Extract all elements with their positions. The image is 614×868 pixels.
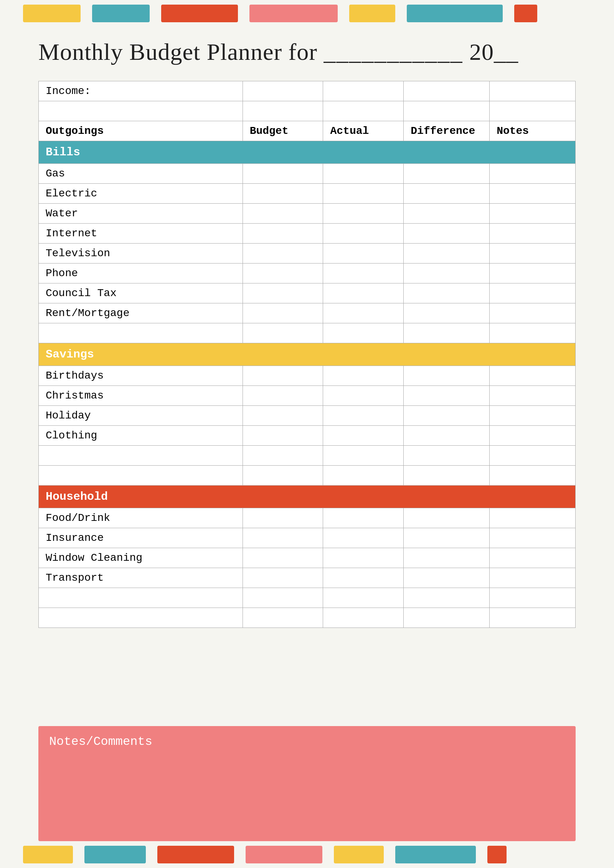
top-color-bars xyxy=(0,0,614,27)
savings-label: Savings xyxy=(39,343,576,366)
food-drink-label: Food/Drink xyxy=(39,508,243,528)
col-header-outgoings: Outgoings xyxy=(39,121,243,141)
clothing-label: Clothing xyxy=(39,426,243,446)
col-header-difference: Difference xyxy=(404,121,490,141)
spacer-row-5 xyxy=(39,588,576,608)
row-clothing: Clothing xyxy=(39,426,576,446)
top-bar-red xyxy=(161,5,238,22)
gas-label: Gas xyxy=(39,164,243,184)
spacer-row-6 xyxy=(39,608,576,628)
electric-label: Electric xyxy=(39,184,243,204)
row-internet: Internet xyxy=(39,224,576,244)
water-label: Water xyxy=(39,204,243,224)
top-bar-yellow2 xyxy=(349,5,395,22)
row-television: Television xyxy=(39,244,576,264)
bottom-bar-teal2 xyxy=(395,846,476,863)
col-header-actual: Actual xyxy=(323,121,404,141)
top-bar-teal xyxy=(92,5,150,22)
bottom-color-bars xyxy=(0,841,614,868)
holiday-label: Holiday xyxy=(39,406,243,426)
top-bar-yellow xyxy=(23,5,81,22)
row-insurance: Insurance xyxy=(39,528,576,548)
top-bar-red2 xyxy=(514,5,537,22)
council-tax-label: Council Tax xyxy=(39,283,243,303)
income-diff xyxy=(404,81,490,101)
household-label: Household xyxy=(39,486,576,508)
income-label: Income: xyxy=(39,81,243,101)
col-header-budget: Budget xyxy=(243,121,323,141)
birthdays-label: Birthdays xyxy=(39,366,243,386)
row-rent-mortgage: Rent/Mortgage xyxy=(39,303,576,323)
window-cleaning-label: Window Cleaning xyxy=(39,548,243,568)
top-bar-pink xyxy=(249,5,338,22)
income-budget xyxy=(243,81,323,101)
row-water: Water xyxy=(39,204,576,224)
page-title: Monthly Budget Planner for ___________ 2… xyxy=(38,38,576,66)
spacer-row-3 xyxy=(39,446,576,466)
top-bar-teal2 xyxy=(407,5,503,22)
spacer-row-1 xyxy=(39,101,576,121)
bottom-bar-pink xyxy=(246,846,322,863)
christmas-label: Christmas xyxy=(39,386,243,406)
notes-title: Notes/Comments xyxy=(49,735,565,749)
row-christmas: Christmas xyxy=(39,386,576,406)
bottom-bar-yellow xyxy=(23,846,73,863)
phone-label: Phone xyxy=(39,264,243,283)
title-section: Monthly Budget Planner for ___________ 2… xyxy=(0,27,614,81)
rent-mortgage-label: Rent/Mortgage xyxy=(39,303,243,323)
household-section-header: Household xyxy=(39,486,576,508)
budget-table: Income: Outgoings Budget Actual Differen… xyxy=(38,81,576,628)
row-window-cleaning: Window Cleaning xyxy=(39,548,576,568)
page: Monthly Budget Planner for ___________ 2… xyxy=(0,0,614,868)
income-notes xyxy=(490,81,576,101)
notes-section: Notes/Comments xyxy=(0,715,614,841)
internet-label: Internet xyxy=(39,224,243,244)
income-actual xyxy=(323,81,404,101)
main-content: Income: Outgoings Budget Actual Differen… xyxy=(0,81,614,715)
television-label: Television xyxy=(39,244,243,264)
transport-label: Transport xyxy=(39,568,243,588)
row-birthdays: Birthdays xyxy=(39,366,576,386)
bottom-bar-red xyxy=(157,846,234,863)
bottom-bar-red2 xyxy=(487,846,507,863)
bottom-bar-yellow2 xyxy=(334,846,384,863)
row-holiday: Holiday xyxy=(39,406,576,426)
bills-section-header: Bills xyxy=(39,141,576,164)
notes-box: Notes/Comments xyxy=(38,726,576,841)
insurance-label: Insurance xyxy=(39,528,243,548)
income-row: Income: xyxy=(39,81,576,101)
row-council-tax: Council Tax xyxy=(39,283,576,303)
bottom-bar-teal xyxy=(84,846,146,863)
col-header-notes: Notes xyxy=(490,121,576,141)
spacer-row-2 xyxy=(39,323,576,343)
row-food-drink: Food/Drink xyxy=(39,508,576,528)
row-phone: Phone xyxy=(39,264,576,283)
row-electric: Electric xyxy=(39,184,576,204)
bills-label: Bills xyxy=(39,141,576,164)
row-gas: Gas xyxy=(39,164,576,184)
row-transport: Transport xyxy=(39,568,576,588)
spacer-row-4 xyxy=(39,466,576,486)
savings-section-header: Savings xyxy=(39,343,576,366)
column-headers: Outgoings Budget Actual Difference Notes xyxy=(39,121,576,141)
